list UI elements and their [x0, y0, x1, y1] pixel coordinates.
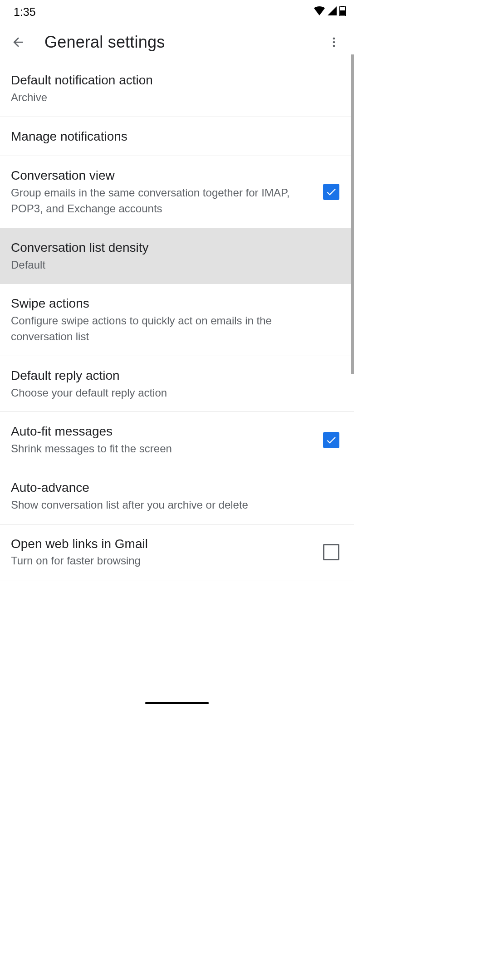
setting-item-swipe-actions[interactable]: Swipe actionsConfigure swipe actions to … — [0, 284, 354, 356]
setting-subtitle: Group emails in the same conversation to… — [11, 185, 314, 217]
arrow-back-icon — [11, 35, 25, 49]
setting-title: Default reply action — [11, 367, 334, 384]
more-vert-icon — [328, 36, 340, 49]
svg-rect-2 — [340, 10, 345, 15]
setting-subtitle: Configure swipe actions to quickly act o… — [11, 313, 334, 345]
setting-subtitle: Shrink messages to fit the screen — [11, 441, 314, 457]
setting-item-manage-notifications[interactable]: Manage notifications — [0, 117, 354, 157]
setting-text: Conversation viewGroup emails in the sam… — [11, 167, 323, 216]
setting-item-auto-fit-messages[interactable]: Auto-fit messagesShrink messages to fit … — [0, 412, 354, 468]
back-button[interactable] — [5, 29, 31, 55]
setting-subtitle: Default — [11, 257, 334, 273]
checkbox[interactable] — [323, 184, 339, 200]
checkbox[interactable] — [323, 432, 339, 448]
page-title: General settings — [44, 33, 165, 52]
status-icons — [314, 6, 346, 18]
setting-title: Conversation list density — [11, 239, 334, 256]
setting-title: Auto-advance — [11, 479, 334, 496]
setting-title: Conversation view — [11, 167, 314, 184]
setting-subtitle: Choose your default reply action — [11, 385, 334, 401]
more-options-button[interactable] — [321, 29, 347, 55]
setting-text: Auto-fit messagesShrink messages to fit … — [11, 423, 323, 457]
setting-title: Auto-fit messages — [11, 423, 314, 440]
setting-title: Manage notifications — [11, 128, 334, 145]
cell-signal-icon — [328, 6, 337, 17]
setting-item-conversation-view[interactable]: Conversation viewGroup emails in the sam… — [0, 156, 354, 228]
svg-point-3 — [333, 38, 335, 40]
setting-item-auto-advance[interactable]: Auto-advanceShow conversation list after… — [0, 468, 354, 524]
setting-item-default-notification-action[interactable]: Default notification actionArchive — [0, 61, 354, 117]
svg-point-4 — [333, 41, 335, 44]
settings-list[interactable]: Default notification actionArchiveManage… — [0, 61, 354, 580]
setting-title: Swipe actions — [11, 295, 334, 312]
setting-text: Default notification actionArchive — [11, 72, 343, 106]
scrollbar-indicator — [351, 54, 354, 374]
setting-text: Open web links in GmailTurn on for faste… — [11, 535, 323, 569]
status-bar: 1:35 — [0, 0, 354, 24]
setting-title: Open web links in Gmail — [11, 535, 314, 553]
setting-text: Manage notifications — [11, 128, 343, 145]
setting-item-default-reply-action[interactable]: Default reply actionChoose your default … — [0, 356, 354, 412]
check-icon — [325, 434, 337, 446]
setting-item-conversation-list-density[interactable]: Conversation list densityDefault — [0, 228, 354, 284]
status-time: 1:35 — [14, 5, 36, 19]
setting-subtitle: Show conversation list after you archive… — [11, 497, 334, 513]
battery-icon — [339, 6, 346, 18]
setting-subtitle: Archive — [11, 90, 334, 106]
setting-subtitle: Turn on for faster browsing — [11, 553, 314, 569]
wifi-icon — [314, 6, 325, 17]
nav-handle[interactable] — [145, 702, 209, 704]
setting-text: Auto-advanceShow conversation list after… — [11, 479, 343, 513]
setting-item-open-web-links-in-gmail[interactable]: Open web links in GmailTurn on for faste… — [0, 524, 354, 581]
setting-title: Default notification action — [11, 72, 334, 89]
svg-point-5 — [333, 45, 335, 47]
setting-text: Swipe actionsConfigure swipe actions to … — [11, 295, 343, 344]
app-bar: General settings — [0, 24, 354, 61]
setting-text: Conversation list densityDefault — [11, 239, 343, 273]
checkbox[interactable] — [323, 544, 339, 560]
check-icon — [325, 186, 337, 198]
setting-text: Default reply actionChoose your default … — [11, 367, 343, 401]
